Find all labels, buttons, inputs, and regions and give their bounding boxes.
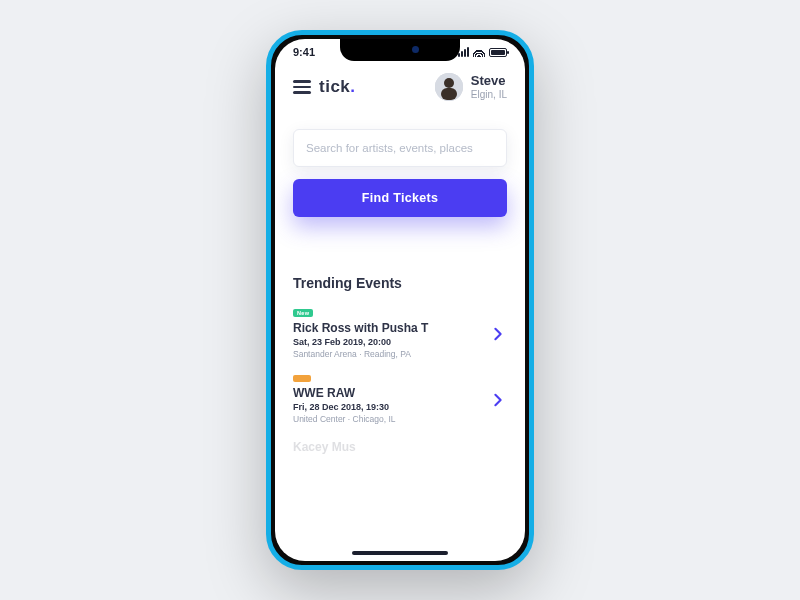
find-tickets-button[interactable]: Find Tickets (293, 179, 507, 217)
notch (340, 39, 460, 61)
app-header: tick. Steve Elgin, IL (293, 73, 507, 101)
battery-icon (489, 48, 507, 57)
chevron-right-icon (489, 391, 507, 409)
chevron-right-icon (489, 325, 507, 343)
event-row[interactable]: Kacey Mus (293, 432, 507, 462)
home-indicator[interactable] (352, 551, 448, 555)
event-row[interactable]: WWE RAW Fri, 28 Dec 2018, 19:30 United C… (293, 367, 507, 432)
hamburger-icon[interactable] (293, 80, 311, 94)
brand-dot: . (350, 77, 355, 96)
user-location: Elgin, IL (471, 89, 507, 100)
trending-heading: Trending Events (293, 275, 507, 291)
avatar (435, 73, 463, 101)
brand-logo[interactable]: tick. (319, 77, 356, 97)
event-title: Kacey Mus (293, 440, 356, 454)
event-row[interactable]: New Rick Ross with Pusha T Sat, 23 Feb 2… (293, 301, 507, 367)
phone-frame: 9:41 tick. (266, 30, 534, 570)
status-time: 9:41 (293, 46, 315, 58)
event-title: WWE RAW (293, 386, 396, 400)
svg-rect-2 (441, 88, 457, 100)
brand-name: tick (319, 77, 350, 96)
event-tag (293, 375, 311, 382)
user-block[interactable]: Steve Elgin, IL (435, 73, 507, 101)
phone-screen: 9:41 tick. (275, 39, 525, 561)
event-title: Rick Ross with Pusha T (293, 321, 428, 335)
event-location: Santander Arena · Reading, PA (293, 349, 428, 359)
event-date: Sat, 23 Feb 2019, 20:00 (293, 337, 428, 347)
search-field[interactable] (293, 129, 507, 167)
brand-block: tick. (293, 77, 356, 97)
event-tag: New (293, 309, 313, 317)
wifi-icon (473, 48, 485, 57)
search-input[interactable] (306, 142, 494, 154)
user-name: Steve (471, 74, 507, 88)
event-date: Fri, 28 Dec 2018, 19:30 (293, 402, 396, 412)
app-content: tick. Steve Elgin, IL Find Tickets T (275, 39, 525, 561)
event-location: United Center · Chicago, IL (293, 414, 396, 424)
svg-point-1 (444, 78, 454, 88)
